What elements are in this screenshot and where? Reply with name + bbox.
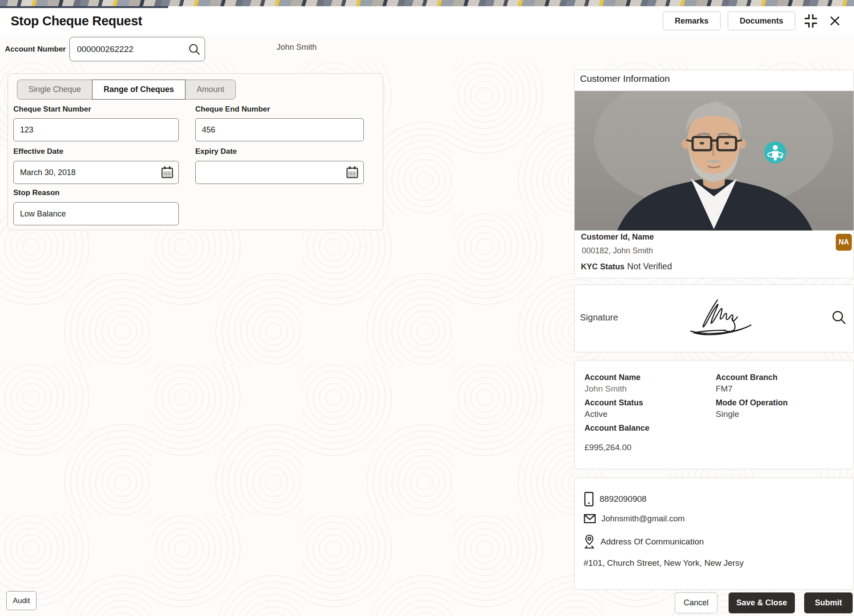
signature-card: Signature: [574, 284, 854, 352]
mobile-icon: [584, 492, 594, 507]
signature-zoom-icon[interactable]: [831, 310, 846, 325]
cheque-start-field: [13, 118, 179, 141]
mode-of-operation-label: Mode Of Operation: [716, 396, 846, 408]
kyc-status-value: Not Verified: [627, 261, 672, 272]
account-branch-value: FM7: [716, 382, 846, 396]
account-details-grid: Account Name Account Branch John Smith F…: [584, 371, 846, 455]
save-and-close-button[interactable]: Save & Close: [729, 592, 795, 613]
address-value: #101, Church Street, New York, New Jersy: [584, 558, 744, 568]
phone-row: 8892090908: [584, 492, 647, 507]
submit-button[interactable]: Submit: [804, 592, 853, 613]
cancel-button[interactable]: Cancel: [675, 592, 717, 613]
status-badge: NA: [836, 234, 852, 251]
contact-card: 8892090908 Johnsmith@gmail.com Address O…: [574, 478, 854, 590]
tab-range-of-cheques[interactable]: Range of Cheques: [92, 80, 185, 100]
account-branch-label: Account Branch: [716, 371, 846, 382]
address-label-row: Address Of Communication: [584, 534, 704, 549]
effective-date-input[interactable]: [13, 161, 179, 184]
stop-cheque-request-window: Stop Cheque Request Remarks Documents Ac…: [0, 0, 854, 616]
customer-information-heading: Customer Information: [580, 73, 670, 84]
location-pin-icon: [584, 534, 595, 549]
header-bar: Stop Cheque Request Remarks Documents: [0, 8, 854, 34]
mail-icon: [584, 514, 596, 524]
mode-of-operation-value: Single: [716, 408, 846, 422]
account-lookup-row: Account Number: [5, 37, 205, 61]
expiry-date-field: [195, 161, 364, 184]
expiry-date-input[interactable]: [195, 161, 364, 184]
search-icon[interactable]: [188, 43, 201, 56]
account-number-input[interactable]: [69, 37, 205, 61]
customer-id-name-label: Customer Id, Name: [581, 232, 654, 242]
account-status-value: Active: [584, 408, 716, 422]
tab-amount[interactable]: Amount: [185, 80, 236, 100]
account-name-value: John Smith: [584, 382, 716, 396]
cheque-end-label: Cheque End Number: [195, 105, 270, 114]
remarks-button[interactable]: Remarks: [663, 12, 721, 30]
cheque-start-input[interactable]: [13, 118, 179, 141]
effective-date-field: [13, 161, 179, 184]
customer-id-name-value: 000182, John Smith: [582, 246, 653, 256]
cheque-end-input[interactable]: [195, 118, 364, 141]
close-icon[interactable]: [826, 12, 843, 29]
cheque-end-field: [195, 118, 364, 141]
documents-button[interactable]: Documents: [728, 12, 795, 30]
page-title: Stop Cheque Request: [11, 14, 142, 28]
cheque-start-label: Cheque Start Number: [13, 105, 91, 114]
address-of-communication-label: Address Of Communication: [600, 537, 704, 547]
kyc-status-label: KYC Status: [581, 262, 624, 272]
customer-information-card: Customer Information: [574, 70, 854, 278]
tab-single-cheque[interactable]: Single Cheque: [17, 80, 93, 100]
calendar-icon[interactable]: [345, 165, 359, 180]
account-name-label: Account Name: [584, 371, 716, 382]
account-details-card: Account Name Account Branch John Smith F…: [574, 360, 854, 469]
effective-date-label: Effective Date: [13, 147, 63, 156]
stop-reason-label: Stop Reason: [13, 188, 60, 197]
customer-photo: [575, 91, 854, 231]
stop-cheque-form-card: Single Cheque Range of Cheques Amount Ch…: [8, 73, 383, 230]
decorative-banner: [0, 0, 854, 6]
expiry-date-label: Expiry Date: [195, 147, 237, 156]
account-status-label: Account Status: [584, 396, 716, 408]
signature-label: Signature: [580, 312, 618, 323]
account-balance-label: Account Balance: [584, 422, 716, 433]
customer-360-icon[interactable]: [764, 141, 787, 164]
stop-reason-field: [13, 202, 179, 225]
audit-button[interactable]: Audit: [6, 591, 36, 610]
calendar-icon[interactable]: [160, 165, 174, 180]
account-holder-name: John Smith: [277, 43, 317, 52]
signature-image: [688, 295, 759, 345]
account-number-field-wrap: [69, 37, 205, 61]
email-row: Johnsmith@gmail.com: [584, 514, 685, 524]
cheque-mode-tabs: Single Cheque Range of Cheques Amount: [17, 80, 236, 100]
stop-reason-input[interactable]: [13, 202, 179, 225]
collapse-icon[interactable]: [802, 12, 819, 29]
email-address: Johnsmith@gmail.com: [601, 514, 685, 524]
account-number-label: Account Number: [5, 45, 66, 54]
phone-number: 8892090908: [600, 494, 647, 504]
account-balance-value: £995,264.00: [584, 441, 716, 455]
header-actions: Remarks Documents: [663, 12, 843, 30]
